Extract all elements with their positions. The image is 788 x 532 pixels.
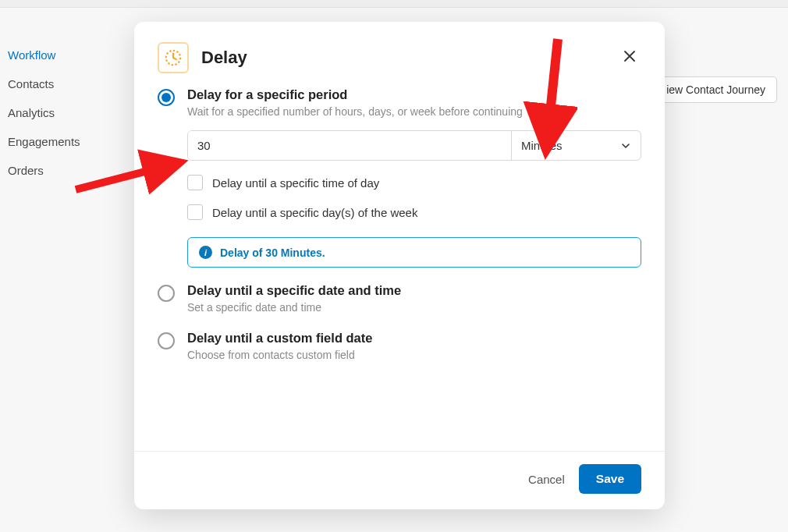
- info-icon: i: [199, 246, 212, 259]
- delay-summary-banner: i Delay of 30 Minutes.: [187, 237, 641, 268]
- sidebar-item-workflow[interactable]: Workflow: [6, 41, 123, 69]
- option-specific-date-time-title: Delay until a specific date and time: [187, 283, 401, 298]
- sidebar-item-contacts[interactable]: Contacts: [6, 69, 123, 98]
- sidebar-item-engagements[interactable]: Engagements: [6, 127, 123, 156]
- radio-custom-field-date[interactable]: [158, 332, 175, 349]
- view-contact-journey-button[interactable]: iew Contact Journey: [655, 76, 777, 103]
- delay-input-row: Minutes: [187, 130, 641, 161]
- option-custom-field-date[interactable]: Delay until a custom field date Choose f…: [158, 331, 641, 361]
- chevron-down-icon: [620, 140, 631, 151]
- view-contact-journey-label: iew Contact Journey: [666, 83, 765, 96]
- checkbox-day-of-week[interactable]: [187, 204, 203, 220]
- delay-unit-select[interactable]: Minutes: [511, 131, 641, 160]
- option-specific-date-time-subtitle: Set a specific date and time: [187, 301, 401, 314]
- radio-specific-period[interactable]: [158, 89, 175, 106]
- save-button[interactable]: Save: [579, 464, 641, 494]
- modal-title: Delay: [201, 48, 247, 68]
- delay-amount-input[interactable]: [188, 131, 511, 160]
- delay-icon: [158, 42, 189, 73]
- radio-specific-date-time[interactable]: [158, 285, 175, 302]
- checkbox-time-of-day[interactable]: [187, 175, 203, 190]
- option-specific-period-subtitle: Wait for a specified number of hours, da…: [187, 105, 523, 118]
- option-custom-field-date-subtitle: Choose from contacts custom field: [187, 349, 372, 361]
- close-button[interactable]: [618, 44, 641, 71]
- checkbox-time-of-day-label: Delay until a specific time of day: [212, 176, 379, 190]
- option-custom-field-date-title: Delay until a custom field date: [187, 331, 372, 346]
- checkbox-row-time-of-day[interactable]: Delay until a specific time of day: [187, 175, 641, 190]
- option-specific-period-title: Delay for a specific period: [187, 87, 523, 102]
- close-icon: [623, 49, 637, 63]
- delay-modal: Delay Delay for a specific period Wait f…: [134, 22, 665, 509]
- option-specific-period[interactable]: Delay for a specific period Wait for a s…: [158, 87, 641, 118]
- sidebar: Workflow Contacts Analytics Engagements …: [6, 41, 123, 185]
- modal-footer: Cancel Save: [134, 451, 665, 509]
- checkbox-row-day-of-week[interactable]: Delay until a specific day(s) of the wee…: [187, 204, 641, 220]
- modal-header: Delay: [158, 42, 641, 73]
- delay-summary-text: Delay of 30 Minutes.: [220, 246, 325, 259]
- option-specific-date-time[interactable]: Delay until a specific date and time Set…: [158, 283, 641, 314]
- top-border: [0, 0, 788, 8]
- cancel-button[interactable]: Cancel: [528, 473, 565, 486]
- sidebar-item-orders[interactable]: Orders: [6, 156, 123, 185]
- delay-unit-selected: Minutes: [521, 139, 563, 152]
- sidebar-item-analytics[interactable]: Analytics: [6, 98, 123, 127]
- checkbox-day-of-week-label: Delay until a specific day(s) of the wee…: [212, 206, 417, 219]
